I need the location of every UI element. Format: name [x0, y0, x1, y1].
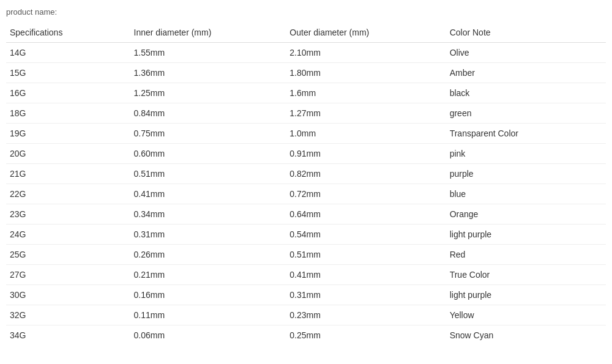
color-note-cell: Transparent Color [446, 124, 606, 144]
table-row: 25G0.26mm0.51mmRed [6, 245, 606, 265]
col-header-color-note: Color Note [446, 23, 606, 43]
spec-cell: 21G [6, 164, 130, 184]
inner-diameter-cell: 0.60mm [130, 144, 286, 164]
spec-cell: 23G [6, 204, 130, 225]
outer-diameter-cell: 0.51mm [286, 245, 446, 265]
color-note-cell: Olive [446, 43, 606, 63]
table-row: 22G0.41mm0.72mmblue [6, 184, 606, 204]
color-note-cell: green [446, 103, 606, 124]
color-note-cell: Snow Cyan [446, 325, 606, 346]
inner-diameter-cell: 0.16mm [130, 285, 286, 305]
spec-cell: 24G [6, 225, 130, 245]
table-row: 21G0.51mm0.82mmpurple [6, 164, 606, 184]
inner-diameter-cell: 0.26mm [130, 245, 286, 265]
outer-diameter-cell: 0.72mm [286, 184, 446, 204]
inner-diameter-cell: 1.25mm [130, 83, 286, 103]
spec-cell: 27G [6, 265, 130, 285]
color-note-cell: True Color [446, 265, 606, 285]
spec-cell: 14G [6, 43, 130, 63]
table-row: 32G0.11mm0.23mmYellow [6, 305, 606, 325]
color-note-cell: black [446, 83, 606, 103]
inner-diameter-cell: 0.06mm [130, 325, 286, 346]
spec-cell: 32G [6, 305, 130, 325]
table-row: 23G0.34mm0.64mmOrange [6, 204, 606, 225]
spec-cell: 19G [6, 124, 130, 144]
outer-diameter-cell: 0.23mm [286, 305, 446, 325]
spec-cell: 18G [6, 103, 130, 124]
col-header-specifications: Specifications [6, 23, 130, 43]
color-note-cell: purple [446, 164, 606, 184]
outer-diameter-cell: 0.41mm [286, 265, 446, 285]
spec-cell: 30G [6, 285, 130, 305]
inner-diameter-cell: 0.34mm [130, 204, 286, 225]
color-note-cell: Red [446, 245, 606, 265]
inner-diameter-cell: 0.51mm [130, 164, 286, 184]
col-header-inner-diameter: Inner diameter (mm) [130, 23, 286, 43]
spec-cell: 22G [6, 184, 130, 204]
outer-diameter-cell: 2.10mm [286, 43, 446, 63]
table-row: 14G1.55mm2.10mmOlive [6, 43, 606, 63]
spec-cell: 16G [6, 83, 130, 103]
color-note-cell: blue [446, 184, 606, 204]
inner-diameter-cell: 1.36mm [130, 63, 286, 83]
spec-cell: 20G [6, 144, 130, 164]
table-row: 24G0.31mm0.54mmlight purple [6, 225, 606, 245]
table-row: 18G0.84mm1.27mmgreen [6, 103, 606, 124]
outer-diameter-cell: 1.27mm [286, 103, 446, 124]
color-note-cell: pink [446, 144, 606, 164]
outer-diameter-cell: 0.91mm [286, 144, 446, 164]
table-row: 30G0.16mm0.31mmlight purple [6, 285, 606, 305]
outer-diameter-cell: 1.6mm [286, 83, 446, 103]
inner-diameter-cell: 0.41mm [130, 184, 286, 204]
color-note-cell: light purple [446, 285, 606, 305]
inner-diameter-cell: 0.84mm [130, 103, 286, 124]
color-note-cell: Amber [446, 63, 606, 83]
inner-diameter-cell: 0.31mm [130, 225, 286, 245]
color-note-cell: Yellow [446, 305, 606, 325]
inner-diameter-cell: 1.55mm [130, 43, 286, 63]
outer-diameter-cell: 0.82mm [286, 164, 446, 184]
outer-diameter-cell: 0.25mm [286, 325, 446, 346]
table-row: 34G0.06mm0.25mmSnow Cyan [6, 325, 606, 346]
outer-diameter-cell: 0.54mm [286, 225, 446, 245]
table-row: 27G0.21mm0.41mmTrue Color [6, 265, 606, 285]
outer-diameter-cell: 1.0mm [286, 124, 446, 144]
outer-diameter-cell: 0.64mm [286, 204, 446, 225]
spec-cell: 34G [6, 325, 130, 346]
table-row: 15G1.36mm1.80mmAmber [6, 63, 606, 83]
inner-diameter-cell: 0.75mm [130, 124, 286, 144]
table-row: 20G0.60mm0.91mmpink [6, 144, 606, 164]
table-row: 19G0.75mm1.0mmTransparent Color [6, 124, 606, 144]
spec-cell: 15G [6, 63, 130, 83]
color-note-cell: light purple [446, 225, 606, 245]
col-header-outer-diameter: Outer diameter (mm) [286, 23, 446, 43]
color-note-cell: Orange [446, 204, 606, 225]
inner-diameter-cell: 0.11mm [130, 305, 286, 325]
product-name-label: product name: [6, 5, 606, 19]
outer-diameter-cell: 0.31mm [286, 285, 446, 305]
inner-diameter-cell: 0.21mm [130, 265, 286, 285]
table-row: 16G1.25mm1.6mmblack [6, 83, 606, 103]
specifications-table: Specifications Inner diameter (mm) Outer… [6, 23, 606, 345]
spec-cell: 25G [6, 245, 130, 265]
outer-diameter-cell: 1.80mm [286, 63, 446, 83]
